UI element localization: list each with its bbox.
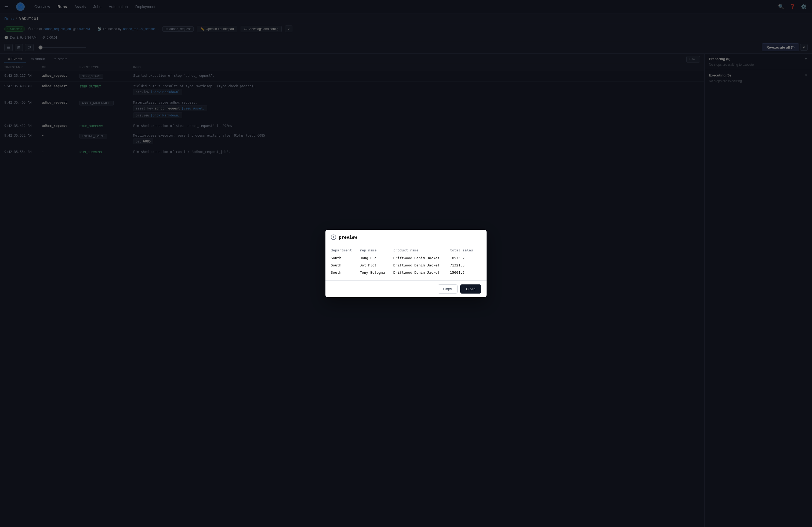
row1-rep-name: Doug Bug [360, 254, 393, 261]
col-rep-name: rep_name [360, 248, 393, 254]
data-row-3: South Tony Bologna Driftwood Denim Jacke… [331, 269, 481, 276]
col-department: department [331, 248, 360, 254]
modal-body: department rep_name product_name total_s… [325, 244, 487, 281]
data-row-2: South Dot Plot Driftwood Denim Jacket 71… [331, 261, 481, 269]
data-table-body: South Doug Bug Driftwood Denim Jacket 18… [331, 254, 481, 276]
data-table-head: department rep_name product_name total_s… [331, 248, 481, 254]
row3-rep-name: Tony Bologna [360, 269, 393, 276]
col-total-sales: total_sales [450, 248, 481, 254]
row2-product-name: Driftwood Denim Jacket [393, 261, 450, 269]
row1-total-sales: 18573.2 [450, 254, 481, 261]
row2-rep-name: Dot Plot [360, 261, 393, 269]
preview-modal: i preview department rep_name product_na… [325, 230, 487, 297]
preview-data-table: department rep_name product_name total_s… [331, 248, 481, 276]
row1-product-name: Driftwood Denim Jacket [393, 254, 450, 261]
col-product-name: product_name [393, 248, 450, 254]
copy-button[interactable]: Copy [438, 284, 458, 293]
row3-department: South [331, 269, 360, 276]
row2-department: South [331, 261, 360, 269]
data-row-1: South Doug Bug Driftwood Denim Jacket 18… [331, 254, 481, 261]
row2-total-sales: 71321.3 [450, 261, 481, 269]
row1-department: South [331, 254, 360, 261]
modal-overlay[interactable]: i preview department rep_name product_na… [0, 0, 812, 527]
modal-title: preview [339, 235, 357, 240]
modal-footer: Copy Close [325, 281, 487, 297]
close-button[interactable]: Close [460, 284, 481, 293]
data-table-header-row: department rep_name product_name total_s… [331, 248, 481, 254]
row3-total-sales: 15601.5 [450, 269, 481, 276]
row3-product-name: Driftwood Denim Jacket [393, 269, 450, 276]
modal-info-icon: i [331, 235, 336, 240]
modal-header: i preview [325, 230, 487, 244]
